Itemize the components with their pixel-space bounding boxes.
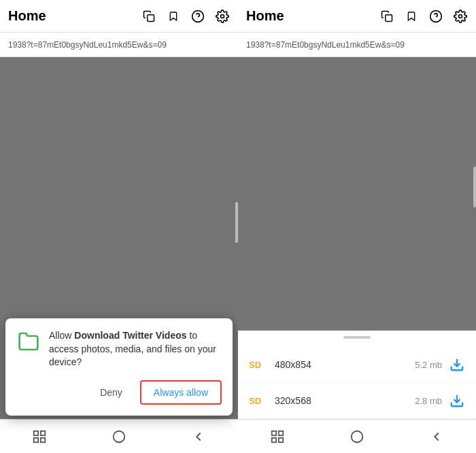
svg-point-12 <box>459 14 462 18</box>
left-nav-home[interactable] <box>105 423 133 450</box>
right-copy-icon[interactable] <box>379 9 394 24</box>
right-title: Home <box>246 8 379 24</box>
right-top-bar: Home <box>238 0 476 33</box>
right-top-icons <box>379 9 468 24</box>
file-size-1: 5.2 mb <box>415 360 442 370</box>
right-nav-back[interactable] <box>423 423 450 450</box>
left-url-bar: 1938?t=87mEt0bgsyNdLeu1mkd5Ew&s=09 <box>0 33 238 57</box>
left-top-bar: Home <box>0 0 238 33</box>
right-nav-menu[interactable] <box>264 423 291 450</box>
dialog-folder-icon <box>16 329 41 354</box>
left-title: Home <box>8 8 141 24</box>
download-sheet: SD 480x854 5.2 mb SD 320x568 2.8 mb <box>238 331 476 419</box>
right-settings-icon[interactable] <box>453 9 468 24</box>
left-url-text: 1938?t=87mEt0bgsyNdLeu1mkd5Ew&s=09 <box>8 40 167 50</box>
dialog-header: Allow Download Twitter Videos to access … <box>16 329 222 369</box>
svg-rect-6 <box>34 437 38 441</box>
deny-button[interactable]: Deny <box>88 380 135 405</box>
download-btn-2[interactable] <box>449 392 465 409</box>
bookmark-icon[interactable] <box>166 9 181 24</box>
resolution-1: 480x854 <box>269 359 415 370</box>
settings-icon[interactable] <box>215 9 230 24</box>
right-panel: Home <box>238 0 476 453</box>
svg-rect-17 <box>272 437 276 441</box>
svg-rect-0 <box>148 14 154 21</box>
svg-point-8 <box>114 431 125 442</box>
quality-badge-1: SD <box>249 360 269 370</box>
download-row-1: SD 480x854 5.2 mb <box>238 347 476 383</box>
left-nav-menu[interactable] <box>26 423 53 450</box>
permission-dialog: Allow Download Twitter Videos to access … <box>5 318 233 416</box>
right-url-bar: 1938?t=87mEt0bgsyNdLeu1mkd5Ew&s=09 <box>238 33 476 57</box>
svg-rect-15 <box>272 431 276 435</box>
right-bottom-nav <box>238 419 476 453</box>
svg-rect-16 <box>279 431 283 435</box>
svg-rect-7 <box>41 437 45 441</box>
resolution-2: 320x568 <box>269 395 415 406</box>
svg-rect-5 <box>41 431 45 435</box>
svg-rect-4 <box>34 431 38 435</box>
help-icon[interactable] <box>190 9 205 24</box>
quality-badge-2: SD <box>249 396 269 406</box>
right-bookmark-icon[interactable] <box>404 9 419 24</box>
right-content-area <box>238 57 476 331</box>
right-help-icon[interactable] <box>428 9 443 24</box>
download-row-2: SD 320x568 2.8 mb <box>238 383 476 419</box>
svg-point-3 <box>221 14 224 18</box>
svg-rect-18 <box>279 437 283 441</box>
dialog-message: Allow Download Twitter Videos to access … <box>49 329 222 369</box>
svg-point-19 <box>352 431 363 442</box>
right-scroll-handle <box>473 167 476 207</box>
right-nav-home[interactable] <box>343 423 371 450</box>
left-top-icons <box>141 9 230 24</box>
dialog-buttons: Deny Always allow <box>16 380 222 405</box>
file-size-2: 2.8 mb <box>415 396 442 406</box>
copy-icon[interactable] <box>141 9 156 24</box>
always-allow-button[interactable]: Always allow <box>140 380 222 405</box>
right-url-text: 1938?t=87mEt0bgsyNdLeu1mkd5Ew&s=09 <box>246 40 405 50</box>
left-panel: Home <box>0 0 238 453</box>
left-bottom-nav <box>0 419 238 453</box>
download-btn-1[interactable] <box>449 356 465 373</box>
svg-rect-9 <box>386 14 392 21</box>
left-nav-back[interactable] <box>185 423 212 450</box>
sheet-handle <box>343 336 371 339</box>
